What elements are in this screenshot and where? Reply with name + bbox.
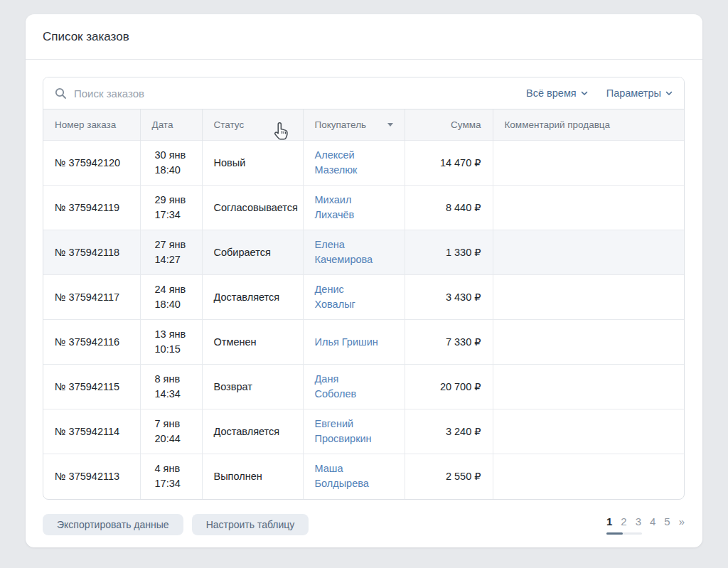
cell-buyer: Алексей Мазелюк [303,141,405,186]
chevron-down-icon [581,90,588,97]
filter-caret-icon[interactable] [387,123,393,127]
cell-status: Выполнен [202,454,303,499]
column-header-order-number[interactable]: Номер заказа [43,109,140,141]
cell-date: 24 янв18:40 [140,275,202,320]
orders-table-container: Всё время Параметры [43,77,685,500]
cell-buyer: Илья Гришин [303,320,405,365]
cell-comment [493,454,685,499]
search-input[interactable] [74,87,301,100]
table-row[interactable]: № 375942116 13 янв10:15 Отменен Илья Гри… [43,320,685,365]
time-filter-label: Всё время [526,87,577,99]
parameters-label: Параметры [606,87,661,99]
page-button-2[interactable]: 2 [621,515,626,527]
cell-status: Новый [202,141,303,186]
cell-sum: 7 330 ₽ [405,320,493,365]
cell-buyer: Маша Болдырева [303,454,405,499]
column-header-status[interactable]: Статус [202,109,303,141]
cell-comment [493,141,685,186]
cell-comment [493,186,685,230]
cell-comment [493,320,685,365]
cell-buyer: Даня Соболев [303,365,405,409]
table-row[interactable]: № 375942119 29 янв17:34 Согласовывается … [43,186,685,230]
orders-card: Список заказов Всё время [26,14,702,547]
pages-row: 12345» [606,515,685,527]
table-row[interactable]: № 375942113 4 янв17:34 Выполнен Маша Бол… [43,454,685,499]
cell-sum: 3 240 ₽ [405,409,493,454]
buyer-link[interactable]: Евгений Просвиркин [315,418,372,444]
column-header-sum[interactable]: Сумма [405,109,493,141]
cell-sum: 14 470 ₽ [405,141,493,186]
cell-date: 7 янв20:44 [140,409,202,454]
cell-buyer: Елена Качемирова [303,230,405,275]
cell-order-number: № 375942120 [43,141,140,186]
cell-comment [493,230,685,275]
cell-comment [493,275,685,320]
orders-table: Номер заказа Дата Статус Покупатель Сумм… [43,109,685,499]
card-body: Всё время Параметры [26,60,702,552]
column-header-comment[interactable]: Комментарий продавца [493,109,685,141]
table-toolbar: Всё время Параметры [43,77,684,109]
table-row[interactable]: № 375942120 30 янв18:40 Новый Алексей Ма… [43,141,685,186]
cell-buyer: Евгений Просвиркин [303,409,405,454]
buyer-link[interactable]: Маша Болдырева [315,463,369,489]
cell-order-number: № 375942118 [43,230,140,275]
cell-order-number: № 375942117 [43,275,140,320]
column-header-date[interactable]: Дата [140,109,202,141]
search-icon [55,87,67,100]
pagination-scroll-indicator[interactable] [606,532,642,535]
cell-order-number: № 375942119 [43,186,140,230]
table-footer: Экспортировать данные Настроить таблицу … [43,514,685,535]
column-header-buyer-label: Покупатель [315,119,367,130]
page-title: Список заказов [43,30,129,44]
cell-status: Доставляется [202,275,303,320]
card-header: Список заказов [26,14,702,60]
table-row[interactable]: № 375942117 24 янв18:40 Доставляется Ден… [43,275,685,320]
cell-sum: 3 430 ₽ [405,275,493,320]
cell-sum: 20 700 ₽ [405,365,493,409]
table-row[interactable]: № 375942118 27 янв14:27 Собирается Елена… [43,230,685,275]
page-button-4[interactable]: 4 [650,515,655,527]
cell-comment [493,409,685,454]
table-row[interactable]: № 375942115 8 янв14:34 Возврат Даня Собо… [43,365,685,409]
export-data-button[interactable]: Экспортировать данные [43,514,183,535]
chevron-down-icon [665,90,673,97]
cell-buyer: Михаил Лихачёв [303,186,405,230]
page-button-3[interactable]: 3 [636,515,641,527]
page-button-1[interactable]: 1 [606,515,612,527]
buyer-link[interactable]: Михаил Лихачёв [315,194,355,220]
cell-status: Возврат [202,365,303,409]
cell-date: 29 янв17:34 [140,186,202,230]
buyer-link[interactable]: Даня Соболев [315,373,357,400]
cell-sum: 8 440 ₽ [405,186,493,230]
cell-status: Отменен [202,320,303,365]
cell-order-number: № 375942116 [43,320,140,365]
cell-sum: 1 330 ₽ [405,230,493,275]
buyer-link[interactable]: Алексей Мазелюк [315,149,358,176]
cell-status: Собирается [202,230,303,275]
column-header-buyer[interactable]: Покупатель [303,109,405,141]
footer-buttons: Экспортировать данные Настроить таблицу [43,514,309,535]
cell-comment [493,365,685,409]
search-field[interactable] [55,87,526,100]
cell-order-number: № 375942114 [43,409,140,454]
cell-date: 13 янв10:15 [140,320,202,365]
cell-order-number: № 375942113 [43,454,140,499]
page-button-5[interactable]: 5 [664,515,670,527]
pagination: 12345» [606,514,685,535]
cell-sum: 2 550 ₽ [405,454,493,499]
cell-date: 27 янв14:27 [140,230,202,275]
cell-status: Доставляется [202,409,303,454]
configure-table-button[interactable]: Настроить таблицу [192,514,309,535]
time-filter-dropdown[interactable]: Всё время [526,87,588,99]
cell-date: 4 янв17:34 [140,454,202,499]
cell-status: Согласовывается [202,186,303,230]
parameters-dropdown[interactable]: Параметры [606,87,673,99]
cell-buyer: Денис Ховалыг [303,275,405,320]
table-row[interactable]: № 375942114 7 янв20:44 Доставляется Евге… [43,409,685,454]
toolbar-controls: Всё время Параметры [526,87,673,99]
buyer-link[interactable]: Денис Ховалыг [315,284,355,310]
next-pages-button[interactable]: » [679,515,685,527]
buyer-link[interactable]: Елена Качемирова [315,239,373,265]
table-header-row: Номер заказа Дата Статус Покупатель Сумм… [43,109,685,141]
buyer-link[interactable]: Илья Гришин [315,336,378,348]
